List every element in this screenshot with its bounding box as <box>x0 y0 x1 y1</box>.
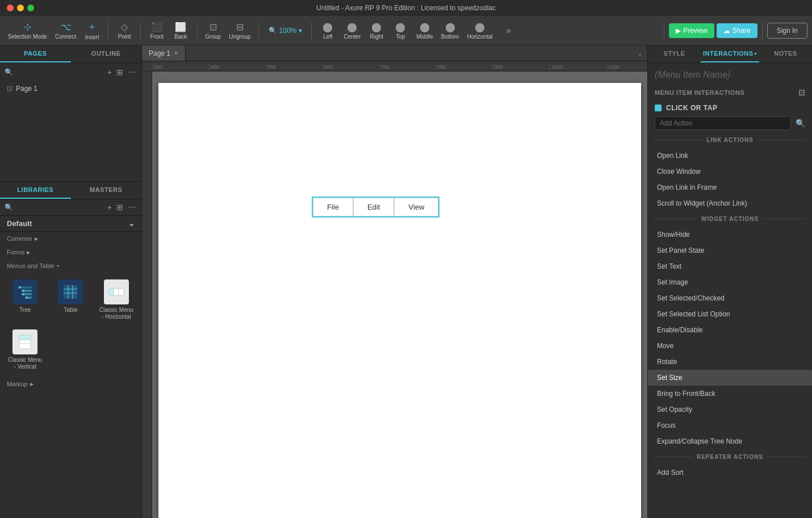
lib-item-tree[interactable]: Tree <box>5 277 45 323</box>
action-show-hide[interactable]: Show/Hide <box>648 227 812 243</box>
lib-item-classic-menu-v[interactable]: Classic Menu - Vertical <box>5 327 45 373</box>
ruler-vmark-1500: 1500 <box>142 490 152 500</box>
action-close-window[interactable]: Close Window <box>648 164 812 179</box>
group-button[interactable]: ⊡ Group <box>202 19 224 42</box>
add-page-button[interactable]: + <box>106 66 113 78</box>
zoom-icon: 🔍 <box>269 27 277 35</box>
action-open-link[interactable]: Open Link <box>648 148 812 164</box>
svg-point-7 <box>26 296 28 299</box>
more-button[interactable]: » <box>497 23 520 38</box>
section-common[interactable]: Common ▶ <box>0 232 141 245</box>
lib-view-button[interactable]: ⊞ <box>115 202 124 213</box>
action-search-icon[interactable]: 🔍 <box>796 119 805 128</box>
page-more-button[interactable]: ⋯ <box>127 66 137 78</box>
section-menus-table[interactable]: Menus and Table ▾ <box>0 259 141 273</box>
tab-close-icon[interactable]: ✕ <box>174 50 178 56</box>
connect-button[interactable]: ⌥ Connect <box>52 19 79 42</box>
action-move[interactable]: Move <box>648 338 812 354</box>
search-icon: 🔍 <box>5 68 13 76</box>
tab-libraries[interactable]: LIBRARIES <box>0 182 71 199</box>
title-bar: Untitled - Axure RP 9 Pro Edition : Lice… <box>0 0 812 16</box>
sep4 <box>259 22 259 40</box>
point-button[interactable]: ◇ Point <box>113 19 136 42</box>
middle-button[interactable]: ⬤ Middle <box>413 19 436 42</box>
lib-item-classic-menu-h[interactable]: Classic Menu - Horizontal <box>96 277 137 323</box>
action-scroll-to-widget[interactable]: Scroll to Widget (Anchor Link) <box>648 195 812 211</box>
selection-mode-button[interactable]: ⊹ Selection Mode <box>5 19 51 42</box>
more-icon: » <box>506 26 511 36</box>
lib-search-input[interactable] <box>15 203 104 211</box>
tab-outline[interactable]: OUTLINE <box>71 45 142 62</box>
pages-search-input[interactable] <box>16 68 103 76</box>
bottom-button[interactable]: ⬤ Bottom <box>438 19 463 42</box>
canvas-tab-page1[interactable]: Page 1 ✕ <box>142 45 186 61</box>
lib-item-table[interactable]: Table <box>50 277 91 323</box>
ungroup-button[interactable]: ⊟ Ungroup <box>225 19 254 42</box>
left-button[interactable]: ⬤ Left <box>316 19 339 42</box>
page-view-button[interactable]: ⊞ <box>115 66 124 78</box>
share-button[interactable]: ☁ Share <box>717 23 757 38</box>
page-item-page1[interactable]: ⊡ Page 1 <box>0 81 141 96</box>
horizontal-button[interactable]: ⬤ Horizontal <box>463 19 496 42</box>
action-set-selected-checked[interactable]: Set Selected/Checked <box>648 290 812 306</box>
action-set-image[interactable]: Set Image <box>648 274 812 290</box>
add-action-input[interactable] <box>655 116 791 130</box>
lib-dropdown[interactable]: Default ⌄ <box>0 216 141 232</box>
action-set-size[interactable]: Set Size <box>648 370 812 386</box>
action-enable-disable[interactable]: Enable/Disable <box>648 322 812 338</box>
canvas-with-ruler: 800 900 1000 1100 1200 1300 1400 1500 Fi… <box>142 72 647 518</box>
action-set-selected-list[interactable]: Set Selected List Option <box>648 306 812 322</box>
action-set-text[interactable]: Set Text <box>648 258 812 274</box>
menu-item-file[interactable]: File <box>313 198 353 216</box>
minimize-button[interactable] <box>17 5 24 11</box>
maximize-button[interactable] <box>27 5 34 11</box>
canvas-scroll[interactable]: File Edit View <box>152 72 647 518</box>
ruler-vmark-1200: 1200 <box>142 323 152 333</box>
menu-item-view[interactable]: View <box>394 198 438 216</box>
top-button[interactable]: ⬤ Top <box>389 19 412 42</box>
top-icon: ⬤ <box>395 22 405 32</box>
ruler-vmark-900: 900 <box>142 155 152 165</box>
interactions-expand-icon[interactable]: ⊡ <box>798 88 806 97</box>
section-markup[interactable]: Markup ▶ <box>0 377 141 391</box>
signin-button[interactable]: Sign In <box>767 23 807 39</box>
action-expand-collapse[interactable]: Expand/Collapse Tree Node <box>648 433 812 449</box>
point-icon: ◇ <box>121 22 128 32</box>
tab-style[interactable]: STYLE <box>648 45 701 62</box>
zoom-control[interactable]: 🔍 100% ▾ <box>264 24 307 37</box>
click-or-tap-row: CLICK OR TAP <box>648 101 812 114</box>
insert-button[interactable]: ＋ Insert <box>81 19 103 43</box>
right-panel-scroll[interactable]: LINK ACTIONS Open Link Close Window Open… <box>648 132 812 518</box>
preview-button[interactable]: ▶ Preview <box>669 23 714 38</box>
front-button[interactable]: ⬛ Front <box>145 19 168 42</box>
toolbar-group-group: ⊡ Group ⊟ Ungroup <box>202 19 254 42</box>
section-forms[interactable]: Forms ▶ <box>0 245 141 259</box>
left-panel: PAGES OUTLINE 🔍 + ⊞ ⋯ ⊡ Page 1 LIBRARIES <box>0 45 142 518</box>
back-button[interactable]: ⬜ Back <box>169 19 192 42</box>
classic-menu-h-icon <box>104 279 129 304</box>
action-add-sort[interactable]: Add Sort <box>648 465 812 481</box>
action-bring-to-front-back[interactable]: Bring to Front/Back <box>648 386 812 402</box>
menu-widget[interactable]: File Edit View <box>312 197 440 218</box>
action-set-opacity[interactable]: Set Opacity <box>648 402 812 417</box>
close-button[interactable] <box>7 5 14 11</box>
pages-tabs: PAGES OUTLINE <box>0 45 141 63</box>
right-align-button[interactable]: ⬤ Right <box>365 19 388 42</box>
interactions-section-header: MENU ITEM INTERACTIONS ⊡ <box>648 85 812 101</box>
lib-more-button[interactable]: ⋯ <box>127 202 137 213</box>
tab-masters[interactable]: MASTERS <box>71 182 142 199</box>
tab-notes[interactable]: NOTES <box>759 45 812 62</box>
canvas-tab-expand[interactable]: ⌄ <box>633 47 647 60</box>
svg-point-5 <box>22 290 24 292</box>
sep1 <box>108 22 108 40</box>
center-button[interactable]: ⬤ Center <box>340 19 364 42</box>
menu-item-edit[interactable]: Edit <box>353 198 394 216</box>
tab-pages[interactable]: PAGES <box>0 45 71 62</box>
lib-add-button[interactable]: + <box>106 202 113 213</box>
action-set-panel-state[interactable]: Set Panel State <box>648 243 812 258</box>
tab-interactions[interactable]: INTERACTIONS <box>701 45 759 62</box>
action-open-link-frame[interactable]: Open Link in Frame <box>648 179 812 195</box>
action-focus[interactable]: Focus <box>648 417 812 433</box>
click-or-tap-checkbox[interactable] <box>655 105 662 111</box>
action-rotate[interactable]: Rotate <box>648 354 812 370</box>
